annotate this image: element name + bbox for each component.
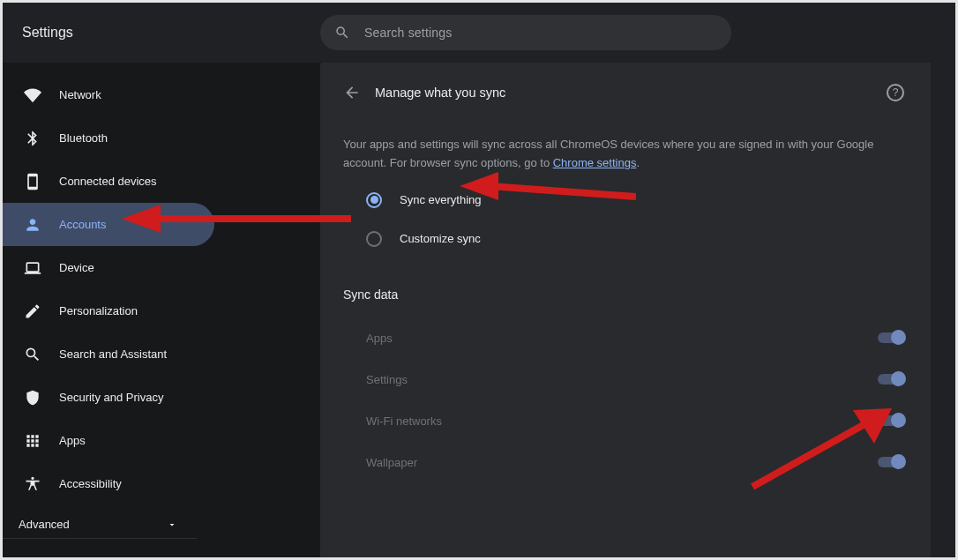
sidebar-item-label: Accessibility — [59, 477, 122, 490]
search-icon — [334, 25, 350, 41]
accessibility-icon — [24, 475, 41, 493]
person-icon — [24, 216, 41, 234]
sync-row-settings: Settings — [343, 359, 904, 400]
toggle-wallpaper[interactable] — [878, 457, 904, 467]
sidebar-item-label: Security and Privacy — [59, 391, 164, 404]
toggle-settings[interactable] — [878, 374, 904, 385]
sync-data-heading: Sync data — [343, 287, 904, 302]
sidebar-item-label: Search and Assistant — [59, 347, 167, 361]
sync-description: Your apps and settings will sync across … — [343, 135, 904, 173]
wifi-icon — [24, 86, 41, 104]
help-button[interactable]: ? — [887, 84, 904, 101]
pencil-icon — [24, 302, 41, 320]
sidebar-item-bluetooth[interactable]: Bluetooth — [3, 116, 214, 160]
sidebar-item-search-assistant[interactable]: Search and Assistant — [3, 332, 214, 376]
bluetooth-icon — [24, 130, 41, 147]
sidebar-item-label: Network — [59, 88, 101, 101]
sync-row-wallpaper: Wallpaper — [343, 442, 904, 483]
sidebar-item-label: Personalization — [59, 304, 138, 317]
sidebar-item-security-privacy[interactable]: Security and Privacy — [3, 376, 214, 419]
search-icon — [24, 346, 41, 363]
apps-icon — [24, 432, 41, 450]
sidebar-item-device[interactable]: Device — [3, 246, 214, 289]
sidebar-item-label: Apps — [59, 434, 86, 447]
app-header: Settings Search settings — [3, 3, 955, 63]
sync-row-label: Wi-Fi networks — [366, 414, 442, 428]
chevron-down-icon — [167, 519, 177, 530]
radio-label: Customize sync — [400, 232, 481, 245]
radio-label: Sync everything — [400, 193, 482, 206]
sidebar-item-personalization[interactable]: Personalization — [3, 289, 214, 332]
sync-row-wifi: Wi-Fi networks — [343, 400, 904, 442]
sync-data-list: Apps Settings Wi-Fi networks Wallpaper — [343, 317, 904, 483]
toggle-apps[interactable] — [878, 332, 904, 343]
phone-icon — [24, 173, 41, 190]
sidebar-item-network[interactable]: Network — [3, 73, 214, 116]
sync-row-label: Settings — [366, 373, 408, 386]
sidebar-item-accounts[interactable]: Accounts — [3, 203, 214, 246]
advanced-label: Advanced — [19, 518, 70, 531]
sidebar-item-apps[interactable]: Apps — [3, 419, 214, 462]
toggle-wifi[interactable] — [878, 415, 904, 426]
shield-icon — [24, 389, 41, 407]
radio-customize-sync[interactable]: Customize sync — [366, 231, 904, 247]
sync-row-apps: Apps — [343, 317, 904, 359]
main-panel: Manage what you sync ? Your apps and set… — [320, 63, 931, 557]
radio-indicator — [366, 192, 382, 208]
sync-row-label: Wallpaper — [366, 456, 417, 469]
sync-row-label: Apps — [366, 332, 393, 345]
sidebar-item-label: Accounts — [59, 218, 106, 231]
sidebar-item-label: Connected devices — [59, 175, 157, 188]
radio-indicator — [366, 231, 382, 247]
search-input[interactable]: Search settings — [320, 15, 731, 50]
laptop-icon — [24, 259, 41, 277]
radio-sync-everything[interactable]: Sync everything — [366, 192, 904, 208]
page-title: Manage what you sync — [375, 86, 872, 100]
search-placeholder: Search settings — [364, 26, 453, 40]
sidebar-item-connected-devices[interactable]: Connected devices — [3, 160, 214, 203]
sidebar-item-label: Bluetooth — [59, 131, 108, 145]
sidebar-item-label: Device — [59, 261, 94, 274]
sync-mode-radio-group: Sync everything Customize sync — [343, 192, 904, 247]
advanced-toggle[interactable]: Advanced — [3, 505, 197, 539]
app-title: Settings — [3, 25, 320, 41]
chrome-settings-link[interactable]: Chrome settings — [553, 156, 637, 169]
sidebar-item-accessibility[interactable]: Accessibility — [3, 462, 214, 505]
back-button[interactable] — [343, 84, 361, 101]
sidebar: Network Bluetooth Connected devices Acco… — [3, 63, 320, 557]
